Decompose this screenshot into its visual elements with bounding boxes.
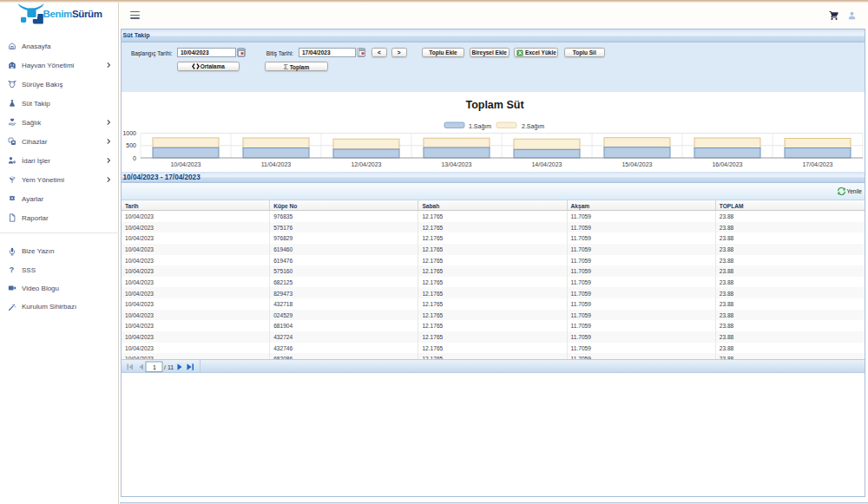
svg-text:13/04/2023: 13/04/2023 — [441, 161, 471, 167]
svg-text:?: ? — [10, 265, 14, 274]
svg-text:1000: 1000 — [122, 130, 136, 136]
svg-text:Toplam Süt: Toplam Süt — [465, 99, 524, 111]
svg-text:16/04/2023: 16/04/2023 — [712, 161, 742, 167]
svg-text:BenimSürüm: BenimSürüm — [43, 9, 102, 19]
svg-text:1.Sağım: 1.Sağım — [469, 123, 491, 130]
svg-text:0: 0 — [133, 155, 136, 161]
svg-text:14/04/2023: 14/04/2023 — [531, 161, 562, 167]
svg-text:1: 1 — [153, 364, 156, 370]
svg-text:17/04/2023: 17/04/2023 — [802, 161, 832, 167]
svg-text:11/04/2023: 11/04/2023 — [261, 161, 292, 167]
svg-text:2.Sağım: 2.Sağım — [522, 123, 544, 130]
svg-text:/ 11: / 11 — [164, 364, 174, 370]
svg-text:15/04/2023: 15/04/2023 — [621, 161, 652, 167]
svg-text:500: 500 — [126, 142, 136, 148]
svg-text:10/04/2023: 10/04/2023 — [170, 161, 201, 167]
svg-text:12/04/2023: 12/04/2023 — [351, 161, 381, 167]
